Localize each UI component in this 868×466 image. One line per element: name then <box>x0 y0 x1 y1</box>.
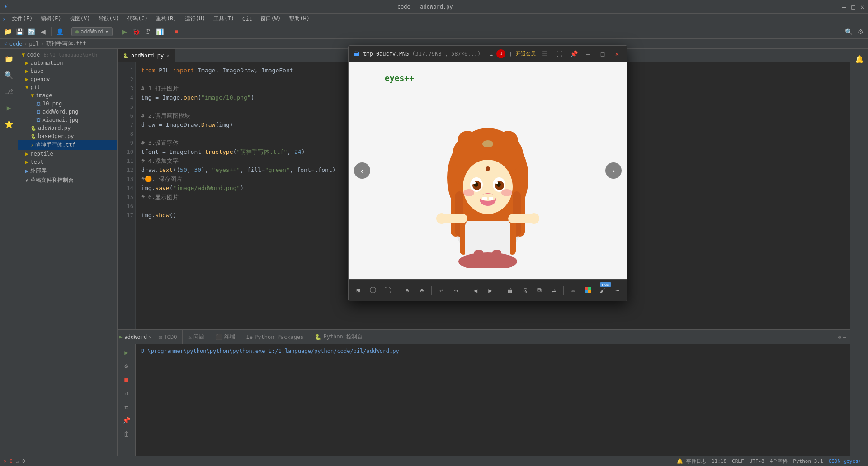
menu-view[interactable]: 视图(V) <box>66 14 94 24</box>
tab-python-console[interactable]: 🐍 Python 控制台 <box>309 330 368 344</box>
tree-drafts[interactable]: ⚡ 草稿文件和控制台 <box>18 176 117 185</box>
tool-info-btn[interactable]: ⓘ <box>367 284 378 297</box>
tree-xiaomai[interactable]: 🖼 xiaomai.jpg <box>18 116 117 124</box>
tree-root[interactable]: ▼ code E:\1.language\pyth <box>18 51 117 59</box>
tree-test[interactable]: ▶ test <box>18 158 117 166</box>
tool-grid-btn[interactable]: ⊞ <box>352 284 364 297</box>
tool-redo-btn[interactable]: ↪ <box>450 284 462 297</box>
tree-label: 10.png <box>42 100 62 107</box>
toolbar-sep3 <box>116 27 116 36</box>
tool-fullscreen-btn[interactable]: ⛶ <box>382 284 393 297</box>
panel-minimize-icon[interactable]: — <box>843 334 846 340</box>
sidebar-search-icon[interactable]: 🔍 <box>2 68 16 82</box>
menu-run[interactable]: 运行(U) <box>181 14 209 24</box>
status-event-log[interactable]: 🔔 事件日志 <box>677 458 706 465</box>
toolbar-user[interactable]: 👤 <box>55 27 65 37</box>
breadcrumb-file[interactable]: 萌神手写体.ttf <box>46 40 86 48</box>
tree-image[interactable]: ▼ image <box>18 91 117 100</box>
tool-prev-btn[interactable]: ◀ <box>470 284 481 297</box>
sidebar-bookmark-icon[interactable]: ⭐ <box>2 117 16 131</box>
toolbar-refresh[interactable]: 🔄 <box>26 27 36 37</box>
tree-addword-py[interactable]: 🐍 addWord.py <box>18 124 117 132</box>
tool-color-btn[interactable] <box>582 284 594 297</box>
overlay-pin-btn[interactable]: 📌 <box>568 48 579 59</box>
menu-code[interactable]: 代码(C) <box>123 14 151 24</box>
overlay-minimize-btn[interactable]: — <box>583 48 594 59</box>
menu-help[interactable]: 帮助(H) <box>285 14 313 24</box>
tool-transform-btn[interactable]: ⇄ <box>548 284 560 297</box>
tab-close-button[interactable]: ✕ <box>166 53 169 58</box>
run-settings-btn[interactable]: ⚙ <box>120 360 133 372</box>
menu-git[interactable]: Git <box>239 15 256 23</box>
tree-opencv[interactable]: ▶ opencv <box>18 75 117 83</box>
run-stop-btn[interactable]: ■ <box>120 373 133 386</box>
search-button[interactable]: 🔍 <box>844 27 854 37</box>
tool-delete-btn[interactable]: 🗑 <box>504 284 516 297</box>
tab-problems[interactable]: ⚠ 问题 <box>183 330 210 344</box>
tool-undo-btn[interactable]: ↩ <box>435 284 447 297</box>
menu-edit[interactable]: 编辑(E) <box>37 14 65 24</box>
prev-image-button[interactable]: ‹ <box>354 162 370 179</box>
tree-pil[interactable]: ▼ pil <box>18 83 117 91</box>
toolbar-back[interactable]: ◀ <box>38 27 48 37</box>
sidebar-run-icon[interactable]: ▶ <box>2 100 16 115</box>
editor-tab-addword[interactable]: 🐍 addWord.py ✕ <box>118 49 175 62</box>
profile-button[interactable]: ⏱ <box>143 27 153 37</box>
run-pin-btn[interactable]: 📌 <box>120 414 133 427</box>
overlay-close-btn[interactable]: ✕ <box>612 48 623 59</box>
open-member-button[interactable]: 开通会员 <box>516 50 536 57</box>
debug-button[interactable]: 🐞 <box>131 27 141 37</box>
menu-window[interactable]: 窗口(W) <box>257 14 285 24</box>
tool-zoom-out-btn[interactable]: ⊖ <box>416 284 428 297</box>
menu-file[interactable]: 文件(F) <box>8 14 36 24</box>
tree-baseoper[interactable]: 🐍 baseOper.py <box>18 132 117 140</box>
overlay-restore-btn[interactable]: □ <box>597 48 608 59</box>
next-image-button[interactable]: › <box>605 162 622 179</box>
coverage-button[interactable]: 📊 <box>155 27 165 37</box>
sidebar-git-icon[interactable]: ⎇ <box>2 84 16 99</box>
run-tab-close[interactable]: ✕ <box>149 334 151 339</box>
tree-addword-png[interactable]: 🖼 addWord.png <box>18 108 117 116</box>
menu-tools[interactable]: 工具(T) <box>210 14 238 24</box>
maximize-button[interactable]: □ <box>851 3 855 10</box>
tool-edit-btn[interactable]: ✏ <box>567 284 579 297</box>
tree-external-libs[interactable]: ▶ 外部库 <box>18 166 117 176</box>
run-play-btn[interactable]: ▶ <box>120 346 133 359</box>
stop-button[interactable]: ■ <box>171 27 181 37</box>
settings-button[interactable]: ⚙ <box>855 27 865 37</box>
tool-copy-btn[interactable]: ⧉ <box>533 284 545 297</box>
tree-reptile[interactable]: ▶ reptile <box>18 150 117 158</box>
overlay-menu-btn[interactable]: ☰ <box>539 48 550 59</box>
tree-10png[interactable]: 🖼 10.png <box>18 100 117 108</box>
tool-magic-btn[interactable]: 🖌 new <box>597 284 609 297</box>
breadcrumb-code[interactable]: code <box>9 41 22 47</box>
toolbar-save[interactable]: 💾 <box>14 27 24 37</box>
tool-next-btn[interactable]: ▶ <box>484 284 496 297</box>
tree-automation[interactable]: ▶ automation <box>18 59 117 67</box>
tab-python-packages[interactable]: Ie Python Packages <box>241 330 310 344</box>
run-button[interactable]: ▶ <box>119 27 129 37</box>
overlay-cloud-icon[interactable]: ☁ <box>489 50 493 57</box>
run-rerun-btn[interactable]: ↺ <box>120 387 133 399</box>
tree-font-file[interactable]: ⚡ 萌神手写体.ttf <box>18 140 117 150</box>
overlay-fullscreen-btn[interactable]: ⛶ <box>554 48 565 59</box>
menu-navigate[interactable]: 导航(N) <box>95 14 123 24</box>
tree-base[interactable]: ▶ base <box>18 67 117 75</box>
tool-more-btn[interactable]: ⋯ <box>612 284 623 297</box>
run-config-selector[interactable]: ● addWord ▾ <box>71 27 113 36</box>
right-sidebar-notifications[interactable]: 🔔 <box>852 52 867 66</box>
minimize-button[interactable]: — <box>842 3 846 10</box>
sidebar-project-icon[interactable]: 📁 <box>2 52 16 66</box>
menu-refactor[interactable]: 重构(B) <box>152 14 180 24</box>
close-button[interactable]: ✕ <box>861 3 864 10</box>
toolbar-icon1[interactable]: 📁 <box>3 27 13 37</box>
breadcrumb-pil[interactable]: pil <box>29 41 39 47</box>
tab-todo[interactable]: ☑ TODO <box>153 330 183 344</box>
run-compare-btn[interactable]: ⇄ <box>120 400 133 413</box>
run-clear-btn[interactable]: 🗑 <box>120 428 133 440</box>
tree-label: automation <box>30 60 63 66</box>
settings-icon[interactable]: ⚙ <box>838 334 841 340</box>
tool-zoom-in-btn[interactable]: ⊕ <box>401 284 413 297</box>
tool-print-btn[interactable]: 🖨 <box>519 284 530 297</box>
tab-terminal[interactable]: ⬛ 终端 <box>210 330 241 344</box>
